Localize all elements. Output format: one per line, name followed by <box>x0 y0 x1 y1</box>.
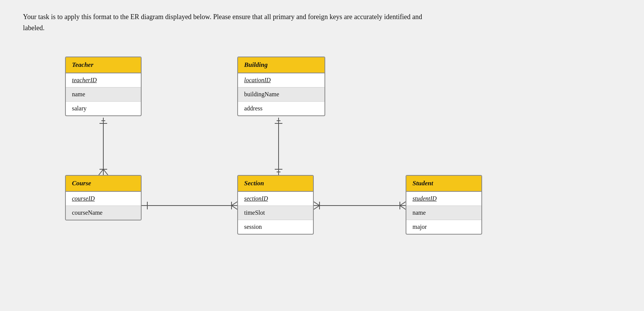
entity-student: Student studentID name major <box>406 175 482 235</box>
course-header: Course <box>66 176 141 192</box>
svg-line-22 <box>400 206 406 209</box>
teacher-row-id: teacherID <box>66 73 141 87</box>
building-row-address: address <box>238 102 324 115</box>
student-header: Student <box>406 176 481 192</box>
svg-line-5 <box>103 169 108 175</box>
student-row-major: major <box>406 220 481 234</box>
teacher-row-salary: salary <box>66 102 141 115</box>
course-row-id: courseID <box>66 192 141 206</box>
entity-teacher: Teacher teacherID name salary <box>65 57 142 116</box>
building-row-name: buildingName <box>238 87 324 102</box>
svg-line-21 <box>400 202 406 206</box>
svg-line-19 <box>314 206 320 209</box>
svg-line-4 <box>99 169 103 175</box>
entity-building: Building locationID buildingName address <box>237 57 325 116</box>
svg-line-18 <box>314 202 320 206</box>
building-header: Building <box>238 57 324 73</box>
student-row-id: studentID <box>406 192 481 206</box>
course-row-name: courseName <box>66 206 141 220</box>
section-header: Section <box>238 176 313 192</box>
building-row-id: locationID <box>238 73 324 87</box>
teacher-header: Teacher <box>66 57 141 73</box>
intro-text: Your task is to apply this format to the… <box>23 11 444 34</box>
section-row-session: session <box>238 220 313 234</box>
section-row-timeslot: timeSlot <box>238 206 313 220</box>
er-diagram: Teacher teacherID name salary Building l… <box>23 53 597 282</box>
teacher-row-name: name <box>66 87 141 102</box>
section-row-id: sectionID <box>238 192 313 206</box>
svg-line-15 <box>232 206 237 209</box>
student-row-name: name <box>406 206 481 220</box>
entity-section: Section sectionID timeSlot session <box>237 175 314 235</box>
entity-course: Course courseID courseName <box>65 175 142 220</box>
svg-line-14 <box>232 202 237 206</box>
